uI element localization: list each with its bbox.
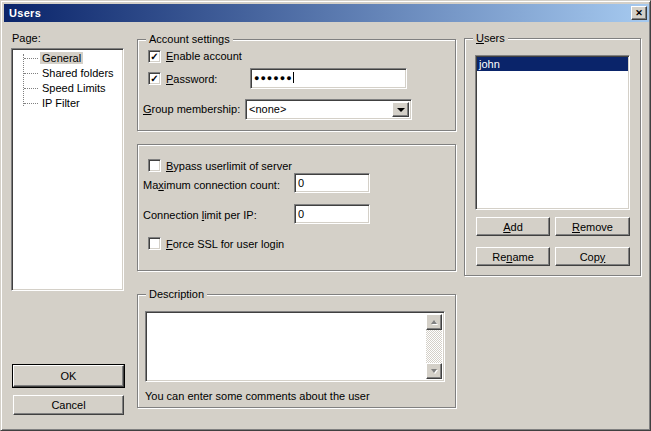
ok-button-label: OK [61, 370, 77, 382]
description-textarea[interactable] [145, 311, 445, 382]
users-group: Users john Add Remove Rename Copy [464, 38, 641, 276]
tree-item-label: General [40, 52, 83, 64]
account-settings-group: Account settings ✓ Enable account ✓ Pass… [137, 39, 456, 131]
connection-limit-input[interactable]: 0 [294, 204, 370, 224]
password-checkbox[interactable]: ✓ [148, 72, 161, 85]
tree-item-label: Shared folders [40, 67, 116, 79]
enable-account-label: Enable account [166, 50, 242, 63]
ok-button[interactable]: OK [13, 365, 124, 387]
add-button[interactable]: Add [476, 217, 550, 236]
tree-item-ip-filter[interactable]: IP Filter [12, 96, 123, 111]
cancel-button-label: Cancel [51, 399, 85, 411]
window-title: Users [4, 7, 41, 19]
password-value: ●●●●●● [254, 73, 293, 83]
remove-button[interactable]: Remove [555, 217, 630, 236]
title-bar[interactable]: Users ✕ [4, 4, 649, 22]
tree-item-shared-folders[interactable]: Shared folders [12, 66, 123, 81]
tree-item-label: Speed Limits [40, 82, 108, 94]
arrow-up-icon [431, 320, 437, 324]
rename-button[interactable]: Rename [476, 247, 550, 266]
max-connection-input[interactable]: 0 [294, 173, 370, 193]
close-button[interactable]: ✕ [631, 6, 647, 20]
description-group: Description You can enter some comments … [137, 294, 456, 408]
user-list-item-john[interactable]: john [477, 57, 628, 71]
password-input[interactable]: ●●●●●● [250, 68, 407, 89]
check-icon: ✓ [150, 52, 158, 62]
connection-limit-label: Connection limit per IP: [143, 209, 257, 222]
copy-button[interactable]: Copy [555, 247, 630, 266]
dropdown-button[interactable] [392, 102, 409, 117]
connection-limit-value: 0 [298, 208, 304, 220]
arrow-down-icon [431, 369, 437, 373]
users-dialog: Users ✕ Page: General Shared folders Spe… [0, 0, 651, 431]
tree-item-general[interactable]: General [12, 51, 123, 66]
check-icon: ✓ [150, 74, 158, 84]
max-connection-label: Maximum connection count: [143, 179, 280, 192]
cancel-button[interactable]: Cancel [13, 395, 124, 415]
text-caret [293, 72, 294, 83]
page-tree[interactable]: General Shared folders Speed Limits IP F… [11, 48, 124, 291]
description-title: Description [146, 288, 207, 301]
scroll-up-button[interactable] [426, 314, 442, 330]
tree-item-label: IP Filter [40, 97, 82, 109]
user-name: john [479, 58, 500, 70]
close-icon: ✕ [635, 9, 643, 18]
account-settings-title: Account settings [146, 33, 233, 46]
max-connection-value: 0 [298, 177, 304, 189]
force-ssl-label: Force SSL for user login [166, 238, 284, 251]
bypass-userlimit-checkbox[interactable] [148, 159, 161, 172]
bypass-userlimit-label: Bypass userlimit of server [166, 160, 292, 173]
group-membership-select[interactable]: <none> [245, 99, 412, 120]
users-listbox[interactable]: john [475, 55, 630, 210]
limits-group: Bypass userlimit of server Maximum conne… [137, 144, 456, 271]
description-hint: You can enter some comments about the us… [145, 390, 370, 403]
force-ssl-checkbox[interactable] [148, 237, 161, 250]
page-label: Page: [12, 32, 41, 45]
password-label: Password: [166, 73, 217, 86]
scroll-down-button[interactable] [426, 363, 442, 379]
group-membership-label: Group membership: [143, 103, 240, 116]
tree-item-speed-limits[interactable]: Speed Limits [12, 81, 123, 96]
group-membership-value: <none> [249, 103, 286, 115]
enable-account-checkbox[interactable]: ✓ [148, 50, 161, 63]
users-group-title: Users [473, 32, 508, 45]
chevron-down-icon [397, 108, 405, 112]
vertical-scrollbar[interactable] [426, 314, 442, 379]
